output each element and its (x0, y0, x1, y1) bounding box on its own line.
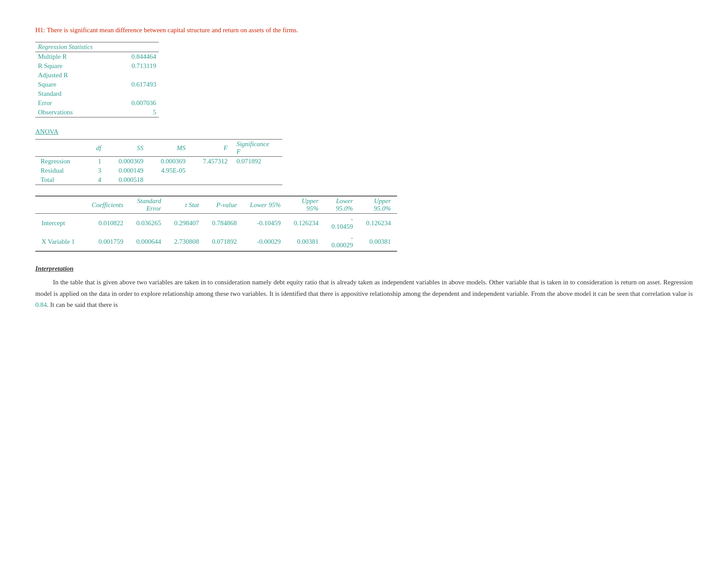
anova-residual-label: Residual (35, 166, 88, 175)
adj-r-label1: Adjusted R (35, 71, 101, 80)
anova-regression-df: 1 (88, 157, 106, 166)
xvar1-lower95: -0.00029 (243, 232, 287, 251)
anova-header-blank (35, 140, 88, 157)
std-error-label1: Standard (35, 89, 101, 98)
anova-header-f: F (191, 140, 233, 157)
anova-residual-ss: 0.000149 (106, 166, 148, 175)
coef-header-pval: P-value (205, 196, 243, 214)
r-square-label: R Square (35, 61, 101, 71)
table-row: Adjusted R (35, 71, 159, 80)
intercept-lower950: -0.10459 (325, 214, 359, 233)
table-row: Multiple R 0.844464 (35, 52, 159, 62)
intercept-tstat: 0.298407 (167, 214, 205, 233)
xvar1-label: X Variable 1 (35, 232, 85, 251)
interpretation-body: In the table that is given above two var… (35, 277, 693, 311)
table-row: Standard (35, 89, 159, 98)
anova-regression-ss: 0.000369 (106, 157, 148, 166)
std-error-value: 0.007036 (101, 98, 159, 108)
observations-label: Observations (35, 108, 101, 117)
observations-value: 5 (101, 108, 159, 117)
coef-header-se: StandardError (129, 196, 167, 214)
intercept-pval: 0.784868 (205, 214, 243, 233)
xvar1-pval: 0.071892 (205, 232, 243, 251)
xvar1-tstat: 2.730808 (167, 232, 205, 251)
table-row: Residual 3 0.000149 4.95E-05 (35, 166, 282, 175)
table-row: Intercept 0.010822 0.036265 0.298407 0.7… (35, 214, 397, 233)
xvar1-lower950: -0.00029 (325, 232, 359, 251)
anova-title: ANOVA (35, 128, 693, 136)
table-row: Square 0.617493 (35, 80, 159, 89)
anova-total-ss: 0.000518 (106, 175, 148, 185)
multiple-r-label: Multiple R (35, 52, 101, 62)
table-row: R Square 0.713119 (35, 61, 159, 71)
anova-residual-ms: 4.95E-05 (149, 166, 191, 175)
table-row: Regression 1 0.000369 0.000369 7.457312 … (35, 157, 282, 166)
std-error-label2: Error (35, 98, 101, 108)
coef-header-upper950: Upper95.0% (359, 196, 397, 214)
anova-total-label: Total (35, 175, 88, 185)
xvar1-se: 0.000644 (129, 232, 167, 251)
anova-header-ms: MS (149, 140, 191, 157)
adj-r-label2: Square (35, 80, 101, 89)
intercept-upper950: 0.126234 (359, 214, 397, 233)
coef-header-blank (35, 196, 85, 214)
intercept-lower95: -0.10459 (243, 214, 287, 233)
interp-highlight: 0.84 (35, 301, 47, 308)
table-row: Error 0.007036 (35, 98, 159, 108)
intercept-upper95: 0.126234 (287, 214, 325, 233)
intercept-label: Intercept (35, 214, 85, 233)
anova-header-ss: SS (106, 140, 148, 157)
anova-residual-df: 3 (88, 166, 106, 175)
reg-stats-title: Regression Statistics (35, 42, 159, 52)
coef-header-coef: Coefficients (85, 196, 129, 214)
adj-r-value: 0.617493 (101, 80, 159, 89)
r-square-value: 0.713119 (101, 61, 159, 71)
h1-text: H1: There is significant mean difference… (35, 26, 693, 34)
anova-regression-ms: 0.000369 (149, 157, 191, 166)
interp-text2: . It can be said that there is (47, 301, 118, 308)
anova-regression-label: Regression (35, 157, 88, 166)
regression-stats-table: Regression Statistics Multiple R 0.84446… (35, 42, 159, 117)
coef-header-upper95: Upper95% (287, 196, 325, 214)
anova-header-sig: SignificanceF (233, 140, 282, 157)
coef-header-tstat: t Stat (167, 196, 205, 214)
anova-regression-sig: 0.071892 (233, 157, 282, 166)
anova-total-df: 4 (88, 175, 106, 185)
xvar1-coef: 0.001759 (85, 232, 129, 251)
interp-text1: In the table that is given above two var… (35, 279, 693, 297)
interpretation-title: Interpretation (35, 265, 693, 272)
xvar1-upper95: 0.00381 (287, 232, 325, 251)
xvar1-upper950: 0.00381 (359, 232, 397, 251)
coefficients-table: Coefficients StandardError t Stat P-valu… (35, 196, 397, 252)
table-row: Observations 5 (35, 108, 159, 117)
anova-regression-f: 7.457312 (191, 157, 233, 166)
interpretation-section: Interpretation In the table that is give… (35, 265, 693, 311)
intercept-coef: 0.010822 (85, 214, 129, 233)
intercept-se: 0.036265 (129, 214, 167, 233)
table-row: X Variable 1 0.001759 0.000644 2.730808 … (35, 232, 397, 251)
anova-table: df SS MS F SignificanceF Regression 1 0.… (35, 139, 282, 185)
anova-header-df: df (88, 140, 106, 157)
multiple-r-value: 0.844464 (101, 52, 159, 62)
table-row: Total 4 0.000518 (35, 175, 282, 185)
coef-header-lower950: Lower95.0% (325, 196, 359, 214)
coef-header-lower95: Lower 95% (243, 196, 287, 214)
